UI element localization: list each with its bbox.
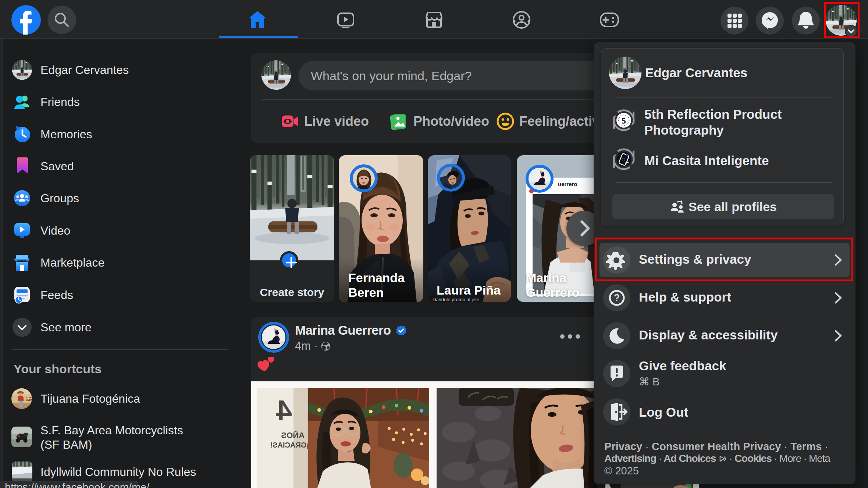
svg-text:5: 5 xyxy=(622,116,626,125)
svg-text:?: ? xyxy=(614,292,620,303)
